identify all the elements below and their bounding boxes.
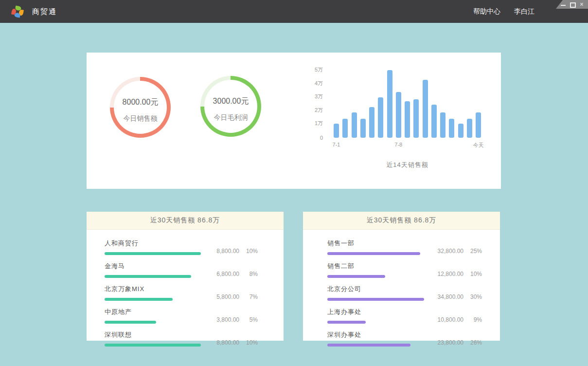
bar xyxy=(369,107,374,138)
list-item-progress-bar xyxy=(327,321,366,324)
list-item-percent: 7% xyxy=(239,293,258,300)
minimize-icon[interactable] xyxy=(561,2,566,7)
x-axis-tick-label: 7-1 xyxy=(333,142,340,147)
bar-chart-title: 近14天销售额 xyxy=(334,161,481,169)
list-item-name: 深圳办事处 xyxy=(327,330,438,339)
list-item-amount: 23,800.00 xyxy=(438,339,463,346)
title-bar: 商贸通 帮助中心 李白江 × xyxy=(0,0,588,23)
y-axis-tick-label: 4万 xyxy=(304,80,323,87)
list-item-percent: 8% xyxy=(239,271,258,277)
sales-14day-bar-chart: 01万2万3万4万5万7-17-8今天 xyxy=(334,67,481,138)
list-item: 金海马 6,800.00 8% xyxy=(105,262,258,278)
app-logo-pinwheel-icon xyxy=(12,5,24,18)
user-name-link[interactable]: 李白江 xyxy=(514,7,535,16)
list-item-amount: 10,800.00 xyxy=(438,316,463,323)
list-item-name: 上海办事处 xyxy=(327,308,438,316)
bar-group xyxy=(334,67,481,138)
list-item-amount: 8,800.00 xyxy=(216,248,239,255)
department-list: 销售一部 32,800.00 25% 销售二部 12,800.00 10% 北京… xyxy=(303,230,500,347)
list-item: 销售一部 32,800.00 25% xyxy=(327,239,482,255)
maximize-icon[interactable] xyxy=(570,2,575,7)
list-item-percent: 10% xyxy=(239,339,258,346)
window-controls: × xyxy=(556,0,588,9)
y-axis-tick-label: 1万 xyxy=(304,120,323,127)
customer-list: 人和商贸行 8,800.00 10% 金海马 6,800.00 8% 北京万象M… xyxy=(87,230,284,347)
list-item-progress-bar xyxy=(105,275,191,278)
list-item-progress-bar xyxy=(105,321,156,324)
list-item-progress-bar xyxy=(327,344,410,347)
list-item-percent: 9% xyxy=(463,316,482,323)
list-item-name: 北京分公司 xyxy=(327,285,438,293)
today-sales-ring-text: 8000.00元 今日销售额 xyxy=(110,97,171,123)
close-icon[interactable]: × xyxy=(579,2,584,7)
bar xyxy=(467,119,472,138)
list-item-name: 深圳联想 xyxy=(105,330,216,339)
list-item-name: 销售二部 xyxy=(327,262,438,271)
bar xyxy=(342,119,348,138)
today-sales-label: 今日销售额 xyxy=(110,114,171,123)
list-item: 销售二部 12,800.00 10% xyxy=(327,262,482,278)
list-item-progress-bar xyxy=(327,275,385,278)
list-item-amount: 12,800.00 xyxy=(438,271,463,277)
list-item-progress-bar xyxy=(105,252,201,255)
list-item: 深圳联想 8,800.00 10% xyxy=(105,330,258,347)
y-axis-tick-label: 2万 xyxy=(304,107,323,114)
list-item-name: 人和商贸行 xyxy=(105,239,216,248)
bar xyxy=(396,92,401,138)
list-item-amount: 5,800.00 xyxy=(216,293,239,300)
list-item: 上海办事处 10,800.00 9% xyxy=(327,308,482,324)
list-item: 北京分公司 34,800.00 30% xyxy=(327,285,482,301)
list-item-name: 金海马 xyxy=(105,262,216,271)
bar xyxy=(334,124,339,138)
list-item-name: 销售一部 xyxy=(327,239,438,248)
bar xyxy=(440,112,445,138)
list-item-percent: 26% xyxy=(463,339,482,346)
customer-panel-title: 近30天销售额 86.8万 xyxy=(87,212,284,230)
today-profit-value: 3000.00元 xyxy=(200,96,261,107)
list-item-percent: 25% xyxy=(463,248,482,255)
bar xyxy=(413,99,419,138)
customer-sales-panel: 近30天销售额 86.8万 人和商贸行 8,800.00 10% 金海马 6,8… xyxy=(87,212,284,341)
today-profit-label: 今日毛利润 xyxy=(200,113,261,122)
department-sales-panel: 近30天销售额 86.8万 销售一部 32,800.00 25% 销售二部 12… xyxy=(303,212,500,341)
list-item-progress-bar xyxy=(327,252,420,255)
list-item-amount: 6,800.00 xyxy=(216,271,239,277)
list-item-progress-bar xyxy=(105,298,173,301)
bar xyxy=(405,101,410,138)
bar xyxy=(387,70,392,138)
summary-panel: 8000.00元 今日销售额 30天最高：10,000.00元 3000.00元… xyxy=(87,53,501,189)
y-axis-tick-label: 5万 xyxy=(304,66,323,73)
y-axis-tick-label: 3万 xyxy=(304,93,323,100)
bar xyxy=(352,112,357,138)
list-item: 北京万象MIX 5,800.00 7% xyxy=(105,285,258,301)
today-sales-value: 8000.00元 xyxy=(110,97,171,108)
bar xyxy=(378,97,383,138)
list-item-amount: 32,800.00 xyxy=(438,248,463,255)
today-profit-ring-text: 3000.00元 今日毛利润 xyxy=(200,96,261,122)
bar xyxy=(449,119,454,138)
bar xyxy=(431,105,437,138)
list-item-name: 中原地产 xyxy=(105,308,216,316)
bar xyxy=(423,80,428,138)
list-item: 中原地产 3,800.00 5% xyxy=(105,308,258,324)
department-panel-title: 近30天销售额 86.8万 xyxy=(303,212,500,230)
list-item: 人和商贸行 8,800.00 10% xyxy=(105,239,258,255)
list-item-percent: 10% xyxy=(463,271,482,277)
y-axis-tick-label: 0 xyxy=(304,135,323,141)
bar xyxy=(458,124,463,138)
list-item-amount: 8,800.00 xyxy=(216,339,239,346)
list-item-progress-bar xyxy=(327,298,424,301)
app-title: 商贸通 xyxy=(32,7,57,17)
x-axis-tick-label: 今天 xyxy=(473,142,484,149)
bar xyxy=(360,119,366,138)
x-axis-tick-label: 7-8 xyxy=(394,142,402,147)
list-item-name: 北京万象MIX xyxy=(105,285,216,293)
bar xyxy=(476,112,481,138)
help-center-link[interactable]: 帮助中心 xyxy=(473,7,500,16)
list-item-percent: 30% xyxy=(463,293,482,300)
list-item-progress-bar xyxy=(105,344,201,347)
list-item-percent: 10% xyxy=(239,248,258,255)
list-item-amount: 34,800.00 xyxy=(438,293,463,300)
list-item: 深圳办事处 23,800.00 26% xyxy=(327,330,482,347)
list-item-percent: 5% xyxy=(239,316,258,323)
